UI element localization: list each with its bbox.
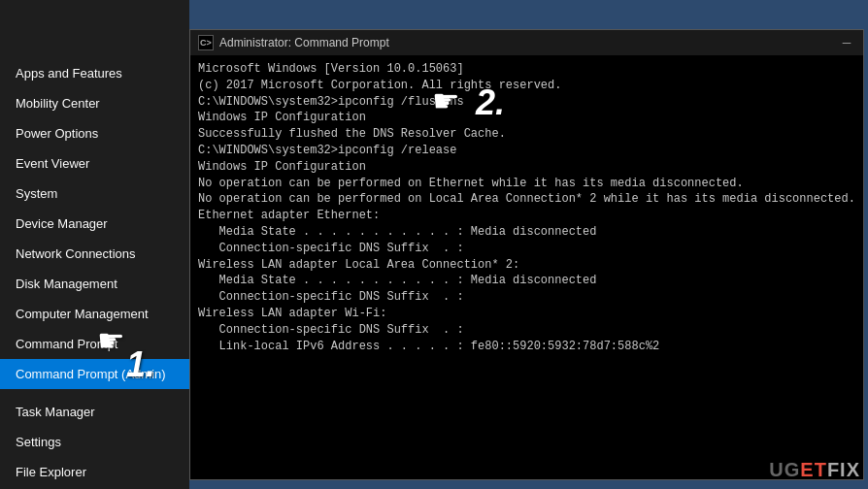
- desktop: Apps and Features Mobility Center Power …: [0, 0, 868, 489]
- menu-label-apps: Apps and Features: [16, 66, 122, 81]
- cmd-line: Wireless LAN adapter Wi-Fi:: [198, 306, 855, 322]
- menu-label-device: Device Manager: [16, 216, 108, 231]
- cmd-line: Media State . . . . . . . . . . . : Medi…: [198, 273, 855, 289]
- cmd-window: C> Administrator: Command Prompt ─ Micro…: [189, 29, 864, 480]
- step-2-label: 2.: [476, 82, 505, 123]
- menu-item-apps[interactable]: Apps and Features: [0, 58, 189, 88]
- menu-label-explorer: File Explorer: [16, 465, 86, 479]
- cmd-line: Windows IP Configuration: [198, 110, 855, 126]
- cmd-line: Connection-specific DNS Suffix . :: [198, 322, 855, 339]
- menu-item-cmd[interactable]: Command Prompt: [0, 329, 189, 359]
- menu-item-power[interactable]: Power Options: [0, 118, 189, 148]
- cmd-minimize-button[interactable]: ─: [838, 34, 855, 51]
- cmd-line: Connection-specific DNS Suffix . :: [198, 241, 855, 257]
- watermark-ug: UG: [769, 459, 800, 480]
- menu-label-disk: Disk Management: [16, 277, 117, 291]
- cmd-line: (c) 2017 Microsoft Corporation. All righ…: [198, 78, 855, 94]
- cmd-line: C:\WINDOWS\system32>ipconfig /flushdns: [198, 94, 855, 111]
- menu-label-network: Network Connections: [16, 246, 136, 261]
- menu-label-settings: Settings: [16, 435, 61, 449]
- watermark-text: UGETFIX: [769, 459, 860, 481]
- menu-item-mobility[interactable]: Mobility Center: [0, 88, 189, 118]
- menu-item-computer[interactable]: Computer Management: [0, 299, 189, 329]
- context-menu: Apps and Features Mobility Center Power …: [0, 0, 189, 489]
- cmd-line: No operation can be performed on Etherne…: [198, 176, 855, 192]
- menu-item-network[interactable]: Network Connections: [0, 239, 189, 269]
- cmd-line: Link-local IPv6 Address . . . . . : fe80…: [198, 339, 855, 355]
- menu-item-explorer[interactable]: File Explorer: [0, 457, 189, 487]
- cmd-line: Ethernet adapter Ethernet:: [198, 208, 855, 224]
- cmd-line: Microsoft Windows [Version 10.0.15063]: [198, 61, 855, 78]
- cmd-line: No operation can be performed on Local A…: [198, 191, 855, 208]
- menu-item-system[interactable]: System: [0, 179, 189, 209]
- cmd-line: C:\WINDOWS\system32>ipconfig /release: [198, 143, 855, 159]
- cmd-line: Connection-specific DNS Suffix . :: [198, 289, 855, 306]
- menu-label-event: Event Viewer: [16, 156, 89, 171]
- menu-item-disk[interactable]: Disk Management: [0, 269, 189, 299]
- menu-label-system: System: [16, 186, 57, 201]
- menu-item-cmd-admin[interactable]: Command Prompt (Admin): [0, 359, 189, 389]
- cursor-hand-2: ☛: [432, 82, 460, 119]
- menu-label-mobility: Mobility Center: [16, 96, 100, 111]
- watermark-et: ET: [800, 459, 827, 480]
- menu-label-taskmanager: Task Manager: [16, 405, 95, 419]
- cmd-body: Microsoft Windows [Version 10.0.15063](c…: [190, 55, 863, 479]
- menu-label-computer: Computer Management: [16, 307, 149, 321]
- menu-item-taskmanager[interactable]: Task Manager: [0, 397, 189, 427]
- cmd-line: Successfully flushed the DNS Resolver Ca…: [198, 126, 855, 143]
- cmd-icon: C>: [198, 35, 214, 50]
- watermark-fix: FIX: [827, 459, 860, 480]
- watermark: UGETFIX: [769, 459, 860, 481]
- cmd-controls: ─: [838, 34, 855, 51]
- menu-item-device[interactable]: Device Manager: [0, 209, 189, 239]
- cmd-titlebar: C> Administrator: Command Prompt ─: [190, 30, 863, 55]
- cmd-line: Windows IP Configuration: [198, 159, 855, 176]
- menu-item-event[interactable]: Event Viewer: [0, 148, 189, 179]
- cmd-line: Wireless LAN adapter Local Area Connecti…: [198, 257, 855, 274]
- menu-label-power: Power Options: [16, 126, 98, 141]
- cursor-hand-1: ☛: [97, 322, 125, 359]
- step-1-label: 1.: [126, 344, 155, 385]
- cmd-title: Administrator: Command Prompt: [219, 36, 838, 49]
- cmd-line: Media State . . . . . . . . . . . : Medi…: [198, 224, 855, 241]
- menu-item-settings[interactable]: Settings: [0, 427, 189, 457]
